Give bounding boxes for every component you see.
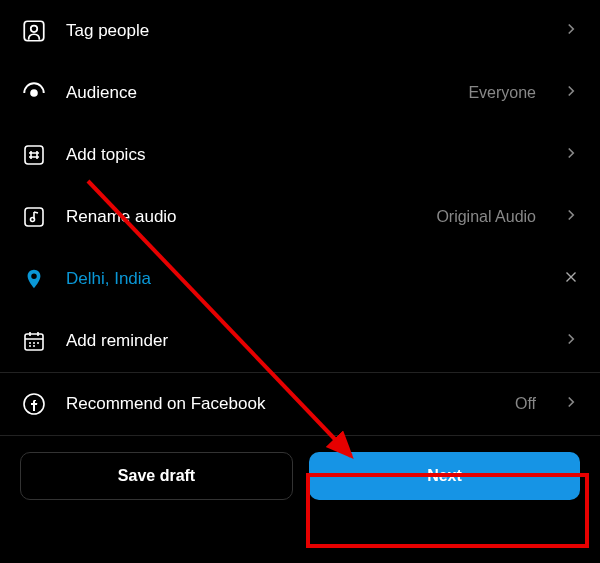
row-label: Audience xyxy=(66,83,450,103)
row-value: Off xyxy=(515,395,536,413)
tag-people-icon xyxy=(20,17,48,45)
row-tag-people[interactable]: Tag people xyxy=(0,0,600,62)
next-button[interactable]: Next xyxy=(309,452,580,500)
chevron-right-icon xyxy=(562,330,580,352)
chevron-right-icon xyxy=(562,144,580,166)
row-label: Add topics xyxy=(66,145,544,165)
location-pin-icon xyxy=(20,265,48,293)
save-draft-button[interactable]: Save draft xyxy=(20,452,293,500)
options-list: Tag people Audience Everyone Add topics xyxy=(0,0,600,436)
row-add-reminder[interactable]: Add reminder xyxy=(0,310,600,372)
row-value: Original Audio xyxy=(436,208,536,226)
chevron-right-icon xyxy=(562,82,580,104)
facebook-icon xyxy=(20,390,48,418)
footer-actions: Save draft Next xyxy=(0,436,600,516)
svg-point-2 xyxy=(30,89,38,97)
row-label: Rename audio xyxy=(66,207,418,227)
chevron-right-icon xyxy=(562,20,580,42)
chevron-right-icon xyxy=(562,206,580,228)
row-label: Add reminder xyxy=(66,331,544,351)
row-add-topics[interactable]: Add topics xyxy=(0,124,600,186)
row-recommend-facebook[interactable]: Recommend on Facebook Off xyxy=(0,373,600,435)
row-label: Delhi, India xyxy=(66,269,544,289)
add-topics-icon xyxy=(20,141,48,169)
row-label: Tag people xyxy=(66,21,544,41)
row-value: Everyone xyxy=(468,84,536,102)
svg-point-5 xyxy=(31,218,35,222)
row-location[interactable]: Delhi, India xyxy=(0,248,600,310)
row-rename-audio[interactable]: Rename audio Original Audio xyxy=(0,186,600,248)
svg-rect-6 xyxy=(25,334,43,350)
close-icon[interactable] xyxy=(562,268,580,290)
audience-icon xyxy=(20,79,48,107)
row-audience[interactable]: Audience Everyone xyxy=(0,62,600,124)
rename-audio-icon xyxy=(20,203,48,231)
svg-rect-3 xyxy=(25,146,43,164)
reminder-icon xyxy=(20,327,48,355)
svg-point-1 xyxy=(31,26,38,32)
row-label: Recommend on Facebook xyxy=(66,394,497,414)
chevron-right-icon xyxy=(562,393,580,415)
svg-rect-0 xyxy=(24,21,44,41)
